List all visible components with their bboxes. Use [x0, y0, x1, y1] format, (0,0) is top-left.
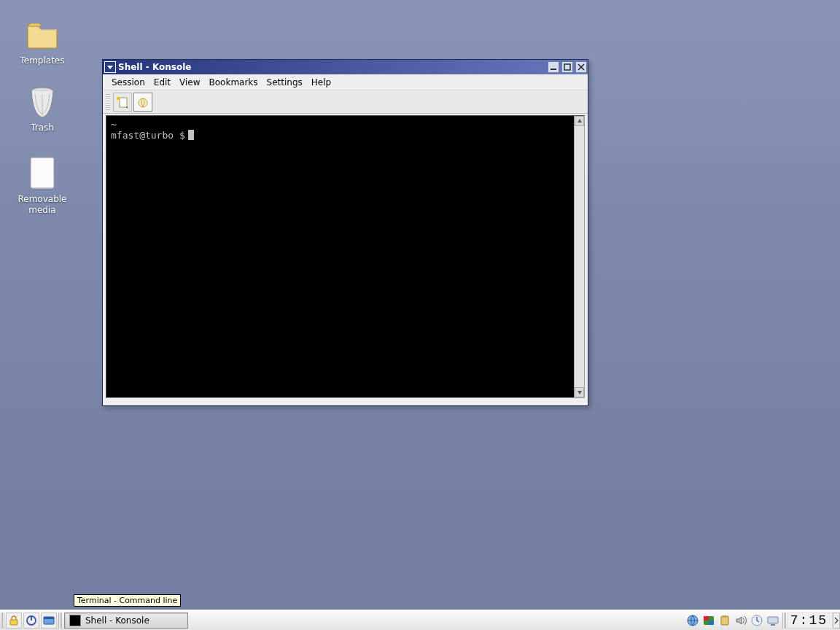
panel-handle[interactable]: [1, 612, 4, 629]
tray-clipboard-icon[interactable]: [718, 613, 732, 628]
svg-rect-15: [709, 621, 714, 625]
menubar: Session Edit View Bookmarks Settings Hel…: [103, 74, 588, 90]
menu-session[interactable]: Session: [107, 76, 149, 89]
desktop-icon-trash[interactable]: Trash: [6, 85, 79, 133]
svg-point-0: [31, 88, 53, 95]
menu-view[interactable]: View: [175, 76, 204, 89]
svg-rect-17: [723, 615, 727, 618]
menu-settings[interactable]: Settings: [262, 76, 307, 89]
svg-rect-19: [768, 617, 778, 623]
svg-rect-1: [31, 158, 54, 188]
window-titlebar[interactable]: Shell - Konsole: [103, 60, 588, 74]
scrollbar-track[interactable]: [575, 126, 584, 387]
svg-rect-16: [721, 616, 728, 625]
window-konsole: Shell - Konsole Session Edit View Bookma…: [102, 59, 588, 406]
toolbar: [103, 90, 588, 114]
desktop-icon-label: Trash: [6, 122, 79, 133]
tray-volume-icon[interactable]: [734, 613, 748, 628]
svg-rect-20: [771, 624, 775, 626]
logout-button[interactable]: [23, 612, 39, 629]
svg-rect-7: [10, 620, 18, 625]
svg-rect-4: [564, 64, 570, 70]
panel-hide-button[interactable]: [833, 612, 840, 629]
desktop-icon-label: Removable media: [6, 194, 79, 216]
menu-edit[interactable]: Edit: [149, 76, 175, 89]
desktop-icon-removable-media[interactable]: Removable media: [6, 156, 79, 216]
svg-rect-13: [704, 616, 714, 625]
clock[interactable]: 7 : 15: [787, 612, 833, 629]
menu-help[interactable]: Help: [307, 76, 335, 89]
svg-rect-5: [120, 98, 127, 107]
terminal-icon: [69, 615, 81, 626]
minimize-button[interactable]: [548, 61, 559, 73]
svg-point-12: [688, 615, 698, 626]
toolbar-grip[interactable]: [106, 94, 110, 110]
tray-network-icon[interactable]: [685, 613, 700, 628]
window-menu-button[interactable]: [104, 61, 116, 73]
svg-rect-2: [31, 158, 54, 188]
desktop-icon-templates[interactable]: Templates: [6, 18, 79, 66]
toolbar-new-session-button[interactable]: [113, 93, 132, 112]
panel: Shell - Konsole 7 : 15: [0, 610, 840, 630]
svg-rect-14: [704, 616, 709, 621]
task-button-label: Shell - Konsole: [85, 615, 149, 626]
menu-bookmarks[interactable]: Bookmarks: [205, 76, 262, 89]
panel-handle[interactable]: [58, 612, 62, 629]
panel-handle[interactable]: [782, 612, 786, 629]
desktop-icon-label: Templates: [6, 55, 79, 66]
scroll-up-icon[interactable]: [575, 116, 584, 126]
window-title: Shell - Konsole: [117, 62, 546, 72]
system-tray: [684, 611, 782, 630]
trash-icon: [25, 85, 60, 120]
clock-colon: :: [800, 613, 809, 628]
svg-point-6: [139, 98, 147, 107]
maximize-button[interactable]: [561, 61, 573, 73]
svg-rect-3: [551, 69, 556, 70]
scroll-down-icon[interactable]: [575, 387, 584, 397]
svg-point-18: [752, 615, 762, 626]
terminal[interactable]: ~ mfast@turbo $: [106, 116, 574, 397]
svg-rect-9: [31, 616, 32, 621]
scrollbar-vertical[interactable]: [574, 116, 584, 397]
svg-point-8: [27, 616, 36, 625]
task-button-konsole[interactable]: Shell - Konsole: [64, 612, 188, 629]
close-button[interactable]: [575, 61, 587, 73]
folder-icon: [25, 18, 60, 52]
clock-minute: 15: [809, 613, 828, 628]
terminal-line: ~: [111, 119, 569, 130]
svg-rect-10: [44, 617, 54, 624]
tooltip: Terminal - Command line: [74, 594, 181, 607]
tray-updates-icon[interactable]: [701, 613, 716, 628]
toolbar-shell-button[interactable]: [133, 93, 152, 112]
tray-organizer-icon[interactable]: [750, 613, 764, 628]
terminal-cursor: [188, 130, 194, 140]
tray-display-icon[interactable]: [766, 613, 780, 628]
clock-hour: 7: [790, 613, 800, 628]
show-desktop-button[interactable]: [41, 612, 57, 629]
svg-rect-11: [44, 617, 54, 619]
lock-screen-button[interactable]: [6, 612, 22, 629]
removable-media-icon: [25, 156, 60, 191]
terminal-prompt: mfast@turbo $: [111, 130, 569, 141]
terminal-area: ~ mfast@turbo $: [106, 115, 585, 398]
